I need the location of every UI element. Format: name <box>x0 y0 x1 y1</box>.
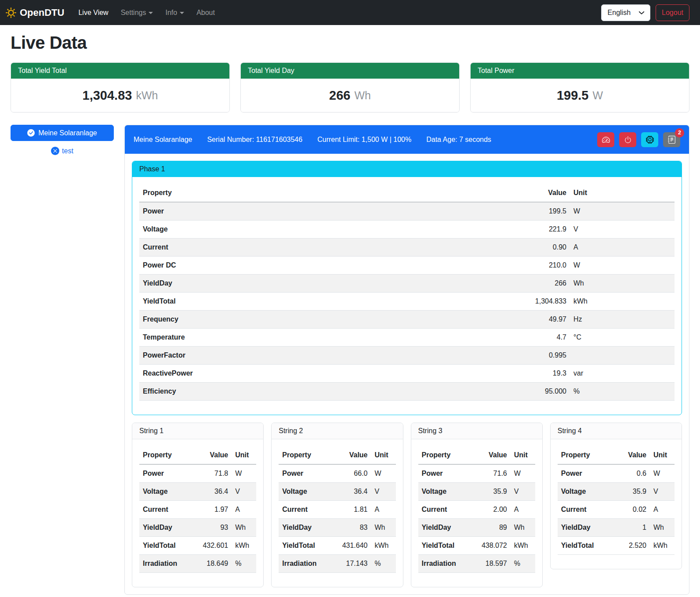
unit-cell: V <box>650 483 675 501</box>
unit-cell: W <box>511 464 535 483</box>
card-total-power: Total Power 199.5 W <box>470 62 689 112</box>
string-card-3: String 3 Property Value Unit <box>411 423 543 587</box>
navbar: OpenDTU Live View Settings Info About En… <box>0 0 700 25</box>
chevron-down-icon <box>180 12 184 14</box>
table-row: YieldTotal438.072kWh <box>418 537 535 555</box>
inverter-data-age: Data Age: 7 seconds <box>426 136 491 144</box>
nav-item-live-view[interactable]: Live View <box>72 5 114 20</box>
x-circle-icon <box>51 147 59 155</box>
speedometer-icon <box>602 136 610 144</box>
property-cell: YieldDay <box>418 519 470 537</box>
value-cell: 0.02 <box>609 501 650 519</box>
table-header-row: Property Value Unit <box>558 446 675 464</box>
value-cell: 1.81 <box>331 501 371 519</box>
value-cell: 0.995 <box>521 347 570 365</box>
property-cell: Current <box>279 501 330 519</box>
table-row: YieldDay93Wh <box>139 519 256 537</box>
table-row: YieldDay83Wh <box>279 519 395 537</box>
property-cell: Irradiation <box>279 555 330 573</box>
value-cell: 19.3 <box>521 365 570 383</box>
value-cell: 432.601 <box>191 537 232 555</box>
string-4-table: Property Value Unit Power0.6WVoltage35.9… <box>558 446 675 555</box>
property-cell: YieldTotal <box>139 537 191 555</box>
string-1-table: Property Value Unit Power71.8WVoltage36.… <box>139 446 256 573</box>
column-property: Property <box>279 446 330 464</box>
unit-cell: V <box>511 483 535 501</box>
card-total-yield-day: Total Yield Day 266 Wh <box>240 62 460 112</box>
string-card-title: String 4 <box>551 423 682 439</box>
table-row: Power DC210.0W <box>139 257 675 275</box>
string-card-2: String 2 Property Value Unit <box>271 423 403 587</box>
column-unit: Unit <box>570 184 675 202</box>
unit-cell: Hz <box>570 311 675 329</box>
table-row: ReactivePower19.3var <box>139 365 675 383</box>
value-cell: 199.5 <box>521 202 570 221</box>
property-cell: YieldTotal <box>279 537 330 555</box>
device-info-button[interactable] <box>641 132 658 147</box>
table-row: Power66.0W <box>279 464 395 483</box>
property-cell: YieldDay <box>139 519 191 537</box>
value-cell: 49.97 <box>521 311 570 329</box>
column-value: Value <box>609 446 650 464</box>
property-cell: YieldTotal <box>558 537 609 555</box>
unit-cell: W <box>650 464 675 483</box>
language-value: English <box>608 9 631 17</box>
table-header-row: Property Value Unit <box>279 446 395 464</box>
unit-cell: Wh <box>570 275 675 293</box>
property-cell: Current <box>139 239 521 257</box>
value-cell: 36.4 <box>331 483 371 501</box>
card-total-yield-total: Total Yield Total 1,304.83 kWh <box>11 62 230 112</box>
value-cell: 1 <box>609 519 650 537</box>
unit-cell: % <box>371 555 396 573</box>
logout-button[interactable]: Logout <box>656 4 689 21</box>
chevron-down-icon <box>149 12 153 14</box>
event-log-button[interactable]: 2 <box>663 132 680 147</box>
property-cell: YieldTotal <box>418 537 470 555</box>
inverter-item-test[interactable]: test <box>11 147 114 155</box>
inverter-sidebar: Meine Solaranlage test <box>11 125 114 155</box>
property-cell: Voltage <box>279 483 330 501</box>
card-title: Total Yield Day <box>241 63 459 79</box>
nav-menu: Live View Settings Info About <box>72 5 221 20</box>
value-cell: 18.649 <box>191 555 232 573</box>
unit-cell: % <box>232 555 256 573</box>
unit-cell: kWh <box>511 537 535 555</box>
value-cell: 0.6 <box>609 464 650 483</box>
table-row: YieldTotal432.601kWh <box>139 537 256 555</box>
string-card-title: String 3 <box>411 423 542 439</box>
nav-item-info[interactable]: Info <box>159 5 190 20</box>
table-row: YieldDay1Wh <box>558 519 675 537</box>
power-button[interactable] <box>619 132 636 147</box>
value-cell: 66.0 <box>331 464 371 483</box>
language-select[interactable]: English <box>601 4 650 21</box>
table-header-row: Property Value Unit <box>139 446 256 464</box>
property-cell: Power <box>558 464 609 483</box>
value-cell: 18.597 <box>470 555 511 573</box>
column-value: Value <box>521 184 570 202</box>
card-title: Total Yield Total <box>11 63 229 79</box>
card-value: 266 <box>329 88 350 103</box>
property-cell: ReactivePower <box>139 365 521 383</box>
value-cell: 35.9 <box>609 483 650 501</box>
nav-item-settings[interactable]: Settings <box>115 5 160 20</box>
property-cell: Power <box>139 464 191 483</box>
inverter-selected-button[interactable]: Meine Solaranlage <box>11 125 114 141</box>
table-row: YieldDay266Wh <box>139 275 675 293</box>
inverter-selected-label: Meine Solaranlage <box>38 129 97 137</box>
card-value: 199.5 <box>557 88 589 103</box>
table-row: Current1.97A <box>139 501 256 519</box>
unit-cell: A <box>232 501 256 519</box>
property-cell: PowerFactor <box>139 347 521 365</box>
brand-name: OpenDTU <box>20 7 64 18</box>
unit-cell: V <box>232 483 256 501</box>
property-cell: YieldDay <box>558 519 609 537</box>
value-cell: 266 <box>521 275 570 293</box>
limit-settings-button[interactable] <box>597 132 614 147</box>
column-unit: Unit <box>511 446 535 464</box>
nav-item-about[interactable]: About <box>190 5 221 20</box>
brand-logo[interactable]: OpenDTU <box>6 7 64 18</box>
card-unit: kWh <box>136 89 158 102</box>
card-value: 1,304.83 <box>83 88 132 103</box>
unit-cell: W <box>570 202 675 221</box>
event-count-badge: 2 <box>675 128 684 137</box>
